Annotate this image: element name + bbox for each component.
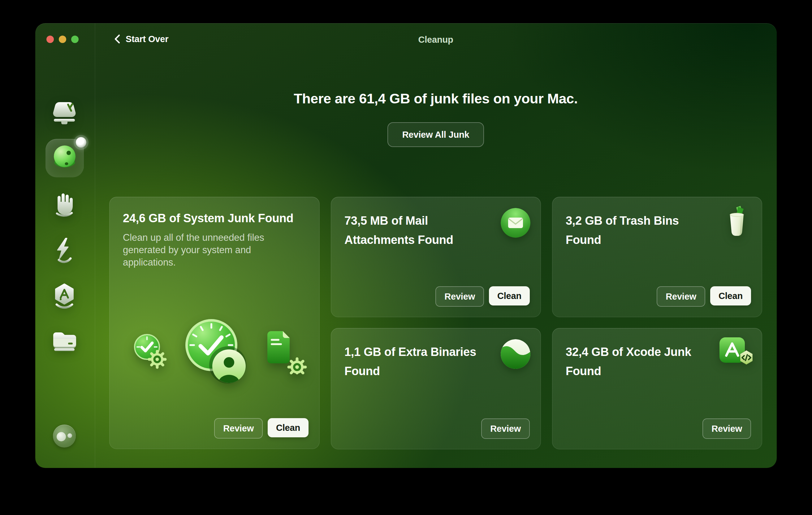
- card-extra-binaries: 1,1 GB of Extra Binaries Found Review: [331, 328, 541, 449]
- sidebar-item-cleanup-selected[interactable]: [46, 139, 84, 177]
- drive-icon: [52, 102, 77, 124]
- screenshot-stage: Start Over Cleanup: [0, 0, 812, 515]
- clean-button[interactable]: Clean: [268, 418, 309, 437]
- app-window: Start Over Cleanup: [35, 23, 777, 468]
- trash-bin-icon: [721, 205, 752, 237]
- window-title: Cleanup: [95, 35, 777, 45]
- bubble-large-icon: [57, 432, 66, 441]
- card-title: 3,2 GB of Trash Bins Found: [552, 197, 729, 250]
- card-trash-bins: 3,2 GB of Trash Bins Found Review Clean: [552, 197, 762, 317]
- review-button[interactable]: Review: [435, 286, 484, 307]
- mail-envelope-icon: [501, 208, 530, 238]
- lightning-icon: [55, 238, 74, 264]
- sidebar-item-performance[interactable]: [55, 238, 74, 264]
- big-clock-user-icon: [182, 317, 259, 394]
- card-title: 24,6 GB of System Junk Found: [109, 197, 320, 225]
- review-button[interactable]: Review: [214, 418, 263, 438]
- sidebar-item-applications[interactable]: [52, 284, 77, 310]
- sidebar-item-smart-scan[interactable]: [52, 102, 77, 124]
- junk-summary-headline: There are 61,4 GB of junk files on your …: [95, 91, 777, 107]
- sidebar-divider: [95, 23, 95, 468]
- sidebar-item-protection[interactable]: [54, 193, 76, 217]
- review-button[interactable]: Review: [481, 419, 530, 439]
- zoom-window-button[interactable]: [71, 36, 79, 43]
- clean-button[interactable]: Clean: [710, 286, 751, 306]
- xcode-hexagon-code-icon: [719, 337, 755, 370]
- review-all-junk-button[interactable]: Review All Junk: [387, 122, 484, 147]
- card-mail-attachments: 73,5 MB of Mail Attachments Found Review…: [331, 197, 541, 317]
- sidebar-item-assistant[interactable]: [53, 425, 76, 448]
- card-xcode-junk: 32,4 GB of Xcode Junk Found Review: [552, 328, 762, 449]
- clean-button[interactable]: Clean: [489, 286, 530, 306]
- small-clock-gear-icon: [133, 333, 169, 372]
- folder-icon: [52, 331, 77, 353]
- review-button[interactable]: Review: [702, 419, 751, 439]
- review-button[interactable]: Review: [657, 286, 705, 307]
- card-system-junk: 24,6 GB of System Junk Found Clean up al…: [109, 197, 320, 449]
- card-title: 32,4 GB of Xcode Junk Found: [552, 328, 729, 381]
- close-window-button[interactable]: [47, 36, 54, 43]
- document-gear-icon: [264, 329, 310, 380]
- hand-icon: [54, 193, 76, 217]
- card-title: 73,5 MB of Mail Attachments Found: [331, 197, 508, 250]
- minimize-window-button[interactable]: [59, 36, 66, 43]
- cleanup-ball-icon: [52, 144, 78, 172]
- app-hexagon-icon: [52, 284, 77, 310]
- notification-dot: [76, 137, 86, 148]
- card-description: Clean up all of the unneeded files gener…: [109, 225, 305, 269]
- card-title: 1,1 GB of Extra Binaries Found: [331, 328, 508, 381]
- bubble-small-icon: [67, 433, 72, 438]
- binaries-wave-icon: [501, 339, 530, 369]
- sidebar-item-files[interactable]: [52, 331, 77, 353]
